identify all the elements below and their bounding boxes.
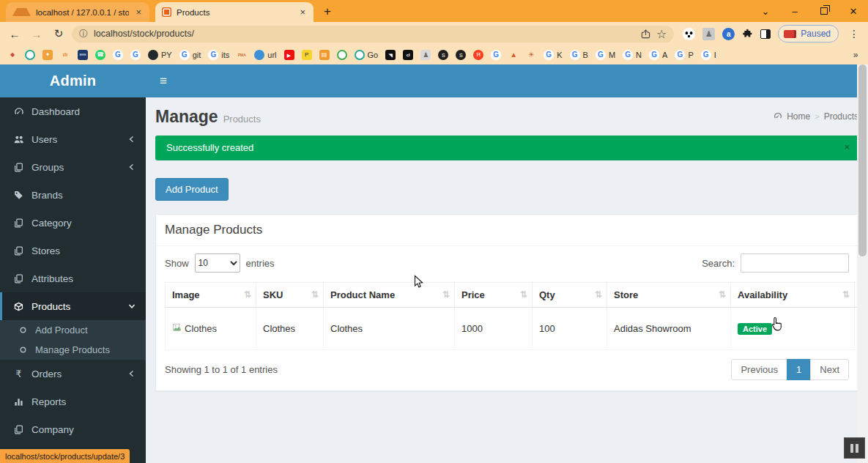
bookmark-favicon[interactable]: ◆ [7, 50, 18, 60]
window-restore-button[interactable] [809, 6, 839, 17]
bookmark-favicon[interactable]: GK [544, 50, 562, 60]
bookmark-favicon[interactable]: Я [473, 50, 483, 60]
recorder-pause-button[interactable] [844, 437, 865, 459]
bookmark-favicon[interactable]: GN [623, 50, 642, 60]
bookmark-favicon[interactable]: ☀ [526, 50, 536, 60]
sidebar-item-category[interactable]: Category [0, 209, 146, 237]
sidebar-toggle-icon[interactable]: ≡ [146, 74, 167, 89]
column-header-availability[interactable]: Availability⇅ [731, 283, 855, 308]
window-chevron-icon[interactable]: ⌄ [751, 6, 780, 17]
back-button[interactable]: ← [6, 28, 23, 40]
bookmark-favicon[interactable]: GP [675, 50, 693, 60]
products-table: Image⇅ SKU⇅ Product Name⇅ Price⇅ Qty⇅ St… [165, 282, 868, 350]
bookmark-star-icon[interactable]: ☆ [656, 27, 667, 41]
share-icon[interactable] [641, 29, 650, 39]
sidebar-item-groups[interactable]: Groups [0, 153, 146, 181]
alert-close-icon[interactable]: × [844, 142, 850, 152]
bookmark-favicon[interactable]: ılı [60, 50, 70, 60]
bookmark-favicon[interactable]: G [113, 50, 123, 60]
tag-icon [13, 190, 24, 200]
window-close-button[interactable]: ✕ [839, 6, 868, 17]
sidebar-item-stores[interactable]: Stores [0, 237, 146, 264]
tab-close-icon[interactable]: × [298, 7, 307, 18]
sidebar-item-reports[interactable]: Reports [0, 388, 146, 415]
home-icon [774, 111, 782, 122]
scrollbar-thumb[interactable] [858, 64, 867, 256]
bookmark-favicon[interactable] [25, 50, 35, 60]
sort-icon: ⇅ [520, 289, 527, 300]
sidebar-item-dashboard[interactable]: Dashboard [0, 97, 146, 125]
sidebar-subitem-add-product[interactable]: Add Product [0, 320, 146, 340]
browser-tab-products[interactable]: Products × [155, 2, 314, 22]
extension-panda-icon[interactable] [683, 28, 695, 40]
bookmark-favicon[interactable]: ☎ [95, 50, 105, 60]
bookmark-favicon[interactable]: ▤ [319, 50, 330, 60]
extension-profile-icon[interactable]: ♟ [702, 28, 715, 40]
new-tab-button[interactable]: + [318, 2, 337, 21]
cell-product-name: Clothes [324, 308, 455, 350]
pagination-previous[interactable]: Previous [731, 359, 787, 380]
bookmark-favicon[interactable]: S [456, 50, 466, 60]
breadcrumb-home[interactable]: Home [787, 111, 810, 122]
sidebar: Admin DashboardUsersGroupsBrandsCategory… [0, 64, 146, 463]
page-size-select[interactable]: 10 [195, 253, 240, 273]
sidebar-item-attributes[interactable]: Attributes [0, 264, 146, 292]
bookmark-favicon[interactable]: P [302, 50, 312, 60]
column-header-store[interactable]: Store⇅ [607, 283, 731, 308]
sidebar-subitem-manage-products[interactable]: Manage Products [0, 340, 146, 360]
tab-close-icon[interactable]: × [134, 7, 143, 18]
pagination-next[interactable]: Next [810, 359, 849, 380]
add-product-button[interactable]: Add Product [155, 178, 229, 201]
sidebar-item-users[interactable]: Users [0, 125, 146, 153]
sidebar-item-company[interactable]: Company [0, 415, 146, 443]
bookmark-favicon[interactable]: url [254, 50, 276, 60]
bookmark-favicon[interactable] [337, 50, 347, 60]
bookmark-favicon[interactable]: GM [596, 50, 615, 60]
forward-button[interactable]: → [28, 28, 45, 40]
bookmark-favicon[interactable]: » [850, 50, 861, 60]
extensions-puzzle-icon[interactable] [742, 29, 753, 40]
bookmark-favicon[interactable]: GA [649, 50, 667, 60]
column-header-product-name[interactable]: Product Name⇅ [324, 283, 455, 308]
pagination-page-1[interactable]: 1 [787, 359, 811, 380]
column-header-price[interactable]: Price⇅ [455, 283, 533, 308]
page-scrollbar[interactable] [857, 64, 868, 463]
bookmark-favicon[interactable]: Go [355, 50, 379, 60]
extension-a-icon[interactable]: a [722, 28, 735, 40]
bookmark-favicon[interactable]: ▶ [284, 50, 294, 60]
column-header-image[interactable]: Image⇅ [166, 283, 256, 308]
url-text[interactable]: localhost/stock/products/ [94, 29, 635, 39]
search-input[interactable] [741, 253, 849, 273]
bookmark-favicon[interactable]: cl [403, 50, 413, 60]
column-header-sku[interactable]: SKU⇅ [256, 283, 324, 308]
window-minimize-button[interactable]: – [780, 6, 809, 17]
bookmark-favicon[interactable]: ◥ [385, 50, 396, 60]
bookmark-favicon[interactable]: G [130, 50, 141, 60]
bookmark-favicon[interactable]: Ggit [179, 50, 201, 60]
bookmark-favicon[interactable]: ✦ [42, 50, 53, 60]
sidebar-item-brands[interactable]: Brands [0, 181, 146, 209]
copy-icon [13, 274, 24, 284]
bookmark-favicon[interactable]: PY [148, 50, 172, 60]
bookmark-favicon[interactable]: GB [570, 50, 588, 60]
browser-menu-icon[interactable]: ⋮ [846, 28, 862, 40]
bookmark-favicon[interactable]: ▲ [508, 50, 519, 60]
bookmark-favicon[interactable]: ♟ [420, 50, 431, 60]
main-area: ≡ ManageProducts Home > Products Success… [146, 64, 868, 463]
bookmark-favicon[interactable]: G [491, 50, 501, 60]
sidebar-item-orders[interactable]: ₹Orders [0, 360, 146, 388]
site-info-icon[interactable]: ⓘ [79, 28, 88, 40]
bookmark-favicon[interactable]: GI [701, 50, 716, 60]
bookmark-favicon[interactable]: IEEE [78, 50, 88, 60]
paused-extension-button[interactable]: Paused [778, 25, 839, 42]
browser-tab-phpmyadmin[interactable]: localhost / 127.0.0.1 / stock / attr × [6, 2, 149, 22]
sidebar-item-label: Users [31, 134, 57, 145]
column-header-qty[interactable]: Qty⇅ [533, 283, 607, 308]
bookmark-favicon[interactable]: S [438, 50, 448, 60]
sidebar-item-products[interactable]: Products [0, 292, 146, 320]
reload-button[interactable]: ↻ [50, 27, 67, 40]
bookmark-favicon[interactable]: Gits [208, 50, 229, 60]
address-bar[interactable]: ⓘ localhost/stock/products/ ☆ [72, 26, 674, 42]
bookmark-favicon[interactable]: PMA [237, 50, 247, 60]
side-panel-icon[interactable] [760, 29, 771, 39]
